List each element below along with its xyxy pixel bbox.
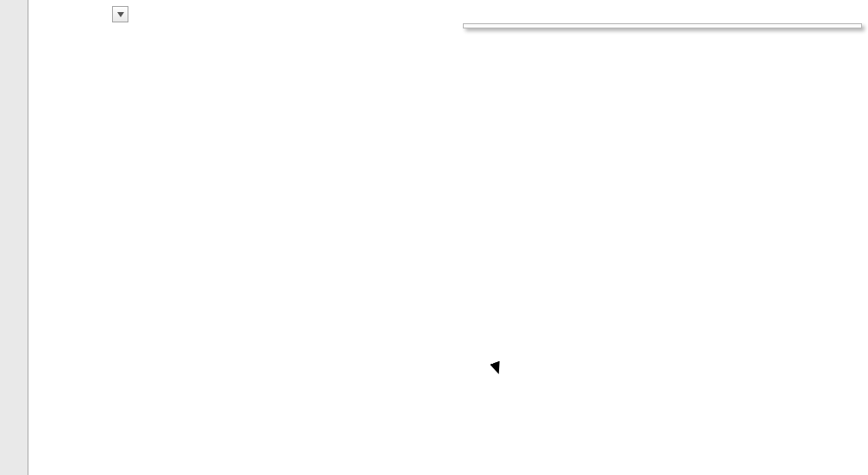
excel-pivot-screenshot xyxy=(0,0,868,475)
dropdown-arrow-icon xyxy=(117,12,124,17)
context-menu xyxy=(463,23,862,28)
annotation-arrow xyxy=(0,0,868,475)
row-header-column xyxy=(0,0,28,475)
active-cell-selection-border xyxy=(129,2,465,24)
pivot-header-customers-cell[interactable] xyxy=(466,3,868,24)
filter-dropdown-button[interactable] xyxy=(112,6,128,22)
